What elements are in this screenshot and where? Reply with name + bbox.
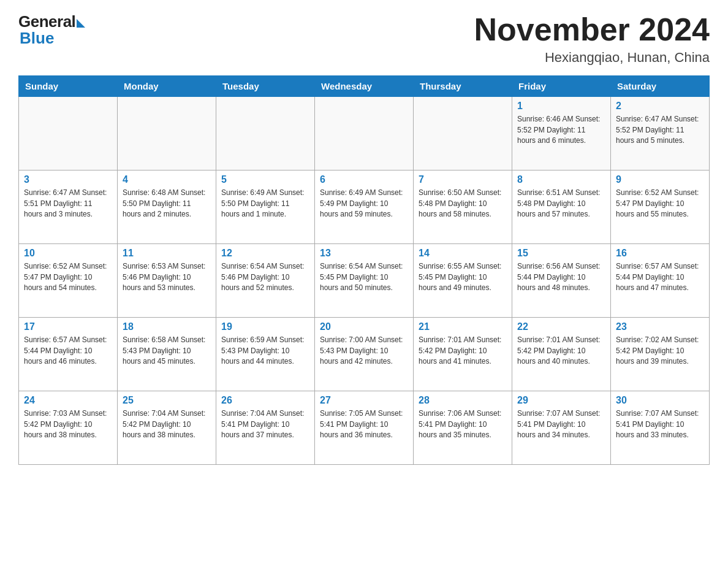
calendar-cell: 16Sunrise: 6:57 AM Sunset: 5:44 PM Dayli… [611, 244, 710, 318]
day-info: Sunrise: 6:48 AM Sunset: 5:50 PM Dayligh… [123, 188, 211, 220]
calendar-table: SundayMondayTuesdayWednesdayThursdayFrid… [18, 75, 710, 465]
weekday-header-friday: Friday [512, 76, 611, 97]
day-number: 24 [24, 395, 112, 406]
day-number: 26 [221, 395, 309, 406]
calendar-cell: 14Sunrise: 6:55 AM Sunset: 5:45 PM Dayli… [414, 244, 512, 318]
calendar-cell: 8Sunrise: 6:51 AM Sunset: 5:48 PM Daylig… [512, 170, 611, 244]
day-info: Sunrise: 7:07 AM Sunset: 5:41 PM Dayligh… [616, 408, 704, 440]
title-area: November 2024 Hexiangqiao, Hunan, China [474, 12, 710, 66]
calendar-cell [414, 97, 512, 170]
calendar-cell: 27Sunrise: 7:05 AM Sunset: 5:41 PM Dayli… [315, 391, 414, 465]
weekday-header-wednesday: Wednesday [315, 76, 414, 97]
weekday-header-tuesday: Tuesday [216, 76, 315, 97]
calendar-cell: 5Sunrise: 6:49 AM Sunset: 5:50 PM Daylig… [216, 170, 315, 244]
calendar-cell: 13Sunrise: 6:54 AM Sunset: 5:45 PM Dayli… [315, 244, 414, 318]
day-info: Sunrise: 6:52 AM Sunset: 5:47 PM Dayligh… [616, 188, 704, 220]
day-info: Sunrise: 7:04 AM Sunset: 5:42 PM Dayligh… [123, 408, 211, 440]
calendar-cell: 7Sunrise: 6:50 AM Sunset: 5:48 PM Daylig… [414, 170, 512, 244]
weekday-header-saturday: Saturday [611, 76, 710, 97]
day-info: Sunrise: 6:47 AM Sunset: 5:51 PM Dayligh… [24, 188, 112, 220]
calendar-cell: 24Sunrise: 7:03 AM Sunset: 5:42 PM Dayli… [19, 391, 118, 465]
location-title: Hexiangqiao, Hunan, China [474, 50, 710, 66]
calendar-cell: 26Sunrise: 7:04 AM Sunset: 5:41 PM Dayli… [216, 391, 315, 465]
day-number: 5 [221, 174, 309, 185]
day-number: 7 [419, 174, 507, 185]
day-info: Sunrise: 6:57 AM Sunset: 5:44 PM Dayligh… [24, 335, 112, 367]
day-info: Sunrise: 6:54 AM Sunset: 5:46 PM Dayligh… [221, 261, 309, 293]
day-number: 1 [517, 101, 605, 112]
calendar-cell: 6Sunrise: 6:49 AM Sunset: 5:49 PM Daylig… [315, 170, 414, 244]
day-info: Sunrise: 6:57 AM Sunset: 5:44 PM Dayligh… [616, 261, 704, 293]
day-number: 18 [123, 321, 211, 332]
day-number: 27 [320, 395, 408, 406]
calendar-cell: 30Sunrise: 7:07 AM Sunset: 5:41 PM Dayli… [611, 391, 710, 465]
logo-blue-text: Blue [20, 29, 54, 48]
day-number: 15 [517, 248, 605, 259]
day-info: Sunrise: 7:04 AM Sunset: 5:41 PM Dayligh… [221, 408, 309, 440]
day-info: Sunrise: 6:49 AM Sunset: 5:50 PM Dayligh… [221, 188, 309, 220]
weekday-header-sunday: Sunday [19, 76, 118, 97]
day-number: 2 [616, 101, 704, 112]
calendar-cell: 21Sunrise: 7:01 AM Sunset: 5:42 PM Dayli… [414, 318, 512, 391]
weekday-header-row: SundayMondayTuesdayWednesdayThursdayFrid… [19, 76, 710, 97]
calendar-cell: 1Sunrise: 6:46 AM Sunset: 5:52 PM Daylig… [512, 97, 611, 170]
calendar-cell: 22Sunrise: 7:01 AM Sunset: 5:42 PM Dayli… [512, 318, 611, 391]
day-info: Sunrise: 7:05 AM Sunset: 5:41 PM Dayligh… [320, 408, 408, 440]
calendar-cell: 12Sunrise: 6:54 AM Sunset: 5:46 PM Dayli… [216, 244, 315, 318]
calendar-cell: 28Sunrise: 7:06 AM Sunset: 5:41 PM Dayli… [414, 391, 512, 465]
day-number: 4 [123, 174, 211, 185]
day-info: Sunrise: 7:03 AM Sunset: 5:42 PM Dayligh… [24, 408, 112, 440]
calendar-cell: 17Sunrise: 6:57 AM Sunset: 5:44 PM Dayli… [19, 318, 118, 391]
day-number: 13 [320, 248, 408, 259]
calendar-cell [118, 97, 216, 170]
calendar-cell: 9Sunrise: 6:52 AM Sunset: 5:47 PM Daylig… [611, 170, 710, 244]
day-info: Sunrise: 6:50 AM Sunset: 5:48 PM Dayligh… [419, 188, 507, 220]
day-number: 9 [616, 174, 704, 185]
day-info: Sunrise: 7:00 AM Sunset: 5:43 PM Dayligh… [320, 335, 408, 367]
calendar-cell: 11Sunrise: 6:53 AM Sunset: 5:46 PM Dayli… [118, 244, 216, 318]
day-info: Sunrise: 6:58 AM Sunset: 5:43 PM Dayligh… [123, 335, 211, 367]
day-number: 19 [221, 321, 309, 332]
calendar-cell: 25Sunrise: 7:04 AM Sunset: 5:42 PM Dayli… [118, 391, 216, 465]
day-info: Sunrise: 6:46 AM Sunset: 5:52 PM Dayligh… [517, 114, 605, 146]
week-row-2: 3Sunrise: 6:47 AM Sunset: 5:51 PM Daylig… [19, 170, 710, 244]
day-info: Sunrise: 6:49 AM Sunset: 5:49 PM Dayligh… [320, 188, 408, 220]
calendar-cell: 19Sunrise: 6:59 AM Sunset: 5:43 PM Dayli… [216, 318, 315, 391]
day-number: 17 [24, 321, 112, 332]
weekday-header-thursday: Thursday [414, 76, 512, 97]
month-title: November 2024 [474, 12, 710, 47]
day-number: 21 [419, 321, 507, 332]
day-number: 30 [616, 395, 704, 406]
day-info: Sunrise: 6:54 AM Sunset: 5:45 PM Dayligh… [320, 261, 408, 293]
calendar-cell: 2Sunrise: 6:47 AM Sunset: 5:52 PM Daylig… [611, 97, 710, 170]
day-number: 22 [517, 321, 605, 332]
calendar-cell [315, 97, 414, 170]
day-number: 8 [517, 174, 605, 185]
day-number: 11 [123, 248, 211, 259]
day-info: Sunrise: 7:01 AM Sunset: 5:42 PM Dayligh… [419, 335, 507, 367]
header: General Blue November 2024 Hexiangqiao, … [18, 12, 710, 66]
calendar-cell: 20Sunrise: 7:00 AM Sunset: 5:43 PM Dayli… [315, 318, 414, 391]
day-info: Sunrise: 7:01 AM Sunset: 5:42 PM Dayligh… [517, 335, 605, 367]
day-number: 20 [320, 321, 408, 332]
calendar-cell: 4Sunrise: 6:48 AM Sunset: 5:50 PM Daylig… [118, 170, 216, 244]
weekday-header-monday: Monday [118, 76, 216, 97]
calendar-cell: 18Sunrise: 6:58 AM Sunset: 5:43 PM Dayli… [118, 318, 216, 391]
day-number: 3 [24, 174, 112, 185]
day-info: Sunrise: 6:51 AM Sunset: 5:48 PM Dayligh… [517, 188, 605, 220]
day-number: 10 [24, 248, 112, 259]
week-row-4: 17Sunrise: 6:57 AM Sunset: 5:44 PM Dayli… [19, 318, 710, 391]
day-number: 28 [419, 395, 507, 406]
day-info: Sunrise: 6:55 AM Sunset: 5:45 PM Dayligh… [419, 261, 507, 293]
day-number: 12 [221, 248, 309, 259]
week-row-1: 1Sunrise: 6:46 AM Sunset: 5:52 PM Daylig… [19, 97, 710, 170]
calendar-cell: 3Sunrise: 6:47 AM Sunset: 5:51 PM Daylig… [19, 170, 118, 244]
week-row-5: 24Sunrise: 7:03 AM Sunset: 5:42 PM Dayli… [19, 391, 710, 465]
day-info: Sunrise: 7:07 AM Sunset: 5:41 PM Dayligh… [517, 408, 605, 440]
logo-arrow-icon [77, 19, 85, 28]
week-row-3: 10Sunrise: 6:52 AM Sunset: 5:47 PM Dayli… [19, 244, 710, 318]
day-number: 23 [616, 321, 704, 332]
day-info: Sunrise: 7:02 AM Sunset: 5:42 PM Dayligh… [616, 335, 704, 367]
day-info: Sunrise: 6:47 AM Sunset: 5:52 PM Dayligh… [616, 114, 704, 146]
day-number: 25 [123, 395, 211, 406]
